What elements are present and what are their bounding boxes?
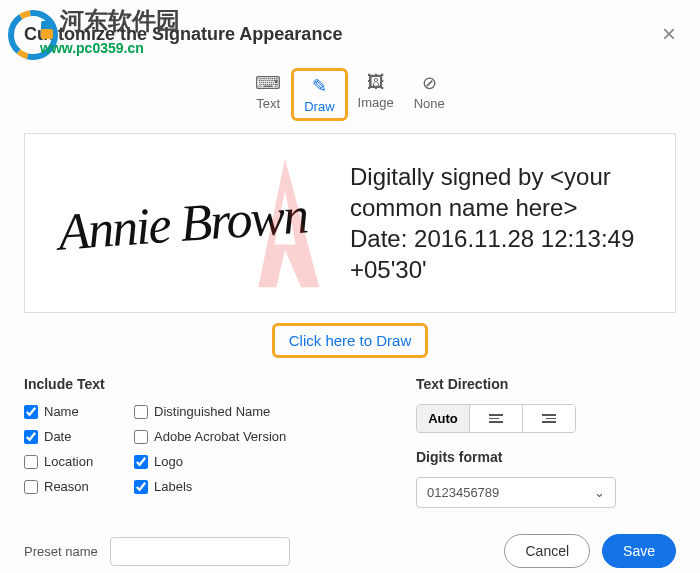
preset-name-label: Preset name	[24, 544, 98, 559]
close-button[interactable]: ×	[662, 20, 676, 48]
tab-image[interactable]: 🖼 Image	[348, 68, 404, 121]
options-section: Include Text Name Distinguished Name Dat…	[24, 376, 676, 508]
tab-text[interactable]: ⌨ Text	[245, 68, 291, 121]
watermark-logo	[5, 5, 65, 65]
digits-format-select[interactable]: 0123456789 ⌄	[416, 477, 616, 508]
pen-icon: ✎	[312, 75, 327, 97]
watermark-site-name: 河东软件园	[60, 5, 180, 37]
checkbox-distinguished-name[interactable]: Distinguished Name	[134, 404, 376, 419]
watermark-url: www.pc0359.cn	[40, 40, 144, 56]
click-to-draw-link[interactable]: Click here to Draw	[272, 323, 429, 358]
align-left-icon	[489, 414, 503, 423]
include-text-section: Include Text Name Distinguished Name Dat…	[24, 376, 376, 508]
none-icon: ⊘	[422, 72, 437, 94]
direction-rtl-button[interactable]	[523, 405, 575, 432]
preset-name-input[interactable]	[110, 537, 290, 566]
text-direction-title: Text Direction	[416, 376, 676, 392]
signature-info-text: Digitally signed by <your common name he…	[340, 151, 675, 296]
checkbox-label: Location	[44, 454, 93, 469]
checkbox-reason-input[interactable]	[24, 480, 38, 494]
tab-label: Text	[256, 96, 280, 111]
checkbox-labels[interactable]: Labels	[134, 479, 376, 494]
digits-format-value: 0123456789	[427, 485, 499, 500]
checkbox-label: Date	[44, 429, 71, 444]
adobe-logo-ghost	[230, 148, 340, 298]
signature-drawing-area: Annie Brown	[25, 134, 340, 312]
checkbox-version-input[interactable]	[134, 430, 148, 444]
direction-ltr-button[interactable]	[470, 405, 523, 432]
cancel-button[interactable]: Cancel	[504, 534, 590, 568]
tab-none[interactable]: ⊘ None	[404, 68, 455, 121]
tab-label: None	[414, 96, 445, 111]
checkbox-grid: Name Distinguished Name Date Adobe Acrob…	[24, 404, 376, 494]
tab-label: Draw	[304, 99, 334, 114]
checkbox-location-input[interactable]	[24, 455, 38, 469]
direction-auto-button[interactable]: Auto	[417, 405, 470, 432]
signature-appearance-dialog: Customize the Signature Appearance × ⌨ T…	[0, 0, 700, 573]
dialog-footer: Preset name Cancel Save	[24, 534, 676, 568]
checkbox-date-input[interactable]	[24, 430, 38, 444]
checkbox-dn-input[interactable]	[134, 405, 148, 419]
checkbox-location[interactable]: Location	[24, 454, 134, 469]
checkbox-name[interactable]: Name	[24, 404, 134, 419]
digits-format-title: Digits format	[416, 449, 676, 465]
checkbox-acrobat-version[interactable]: Adobe Acrobat Version	[134, 429, 376, 444]
checkbox-label: Distinguished Name	[154, 404, 270, 419]
svg-rect-3	[41, 29, 53, 39]
tab-label: Image	[358, 95, 394, 110]
checkbox-date[interactable]: Date	[24, 429, 134, 444]
direction-button-group: Auto	[416, 404, 576, 433]
checkbox-label: Labels	[154, 479, 192, 494]
draw-link-row: Click here to Draw	[24, 323, 676, 358]
checkbox-label: Name	[44, 404, 79, 419]
signature-type-tabs: ⌨ Text ✎ Draw 🖼 Image ⊘ None	[24, 68, 676, 121]
checkbox-logo-input[interactable]	[134, 455, 148, 469]
checkbox-label: Logo	[154, 454, 183, 469]
keyboard-icon: ⌨	[255, 72, 281, 94]
checkbox-name-input[interactable]	[24, 405, 38, 419]
align-right-icon	[542, 414, 556, 423]
chevron-down-icon: ⌄	[594, 485, 605, 500]
text-direction-section: Text Direction Auto Digits format 012345…	[416, 376, 676, 508]
checkbox-label: Reason	[44, 479, 89, 494]
checkbox-reason[interactable]: Reason	[24, 479, 134, 494]
image-icon: 🖼	[367, 72, 385, 93]
checkbox-logo[interactable]: Logo	[134, 454, 376, 469]
include-text-title: Include Text	[24, 376, 376, 392]
save-button[interactable]: Save	[602, 534, 676, 568]
checkbox-label: Adobe Acrobat Version	[154, 429, 286, 444]
signature-preview: Annie Brown Digitally signed by <your co…	[24, 133, 676, 313]
tab-draw[interactable]: ✎ Draw	[291, 68, 347, 121]
checkbox-labels-input[interactable]	[134, 480, 148, 494]
